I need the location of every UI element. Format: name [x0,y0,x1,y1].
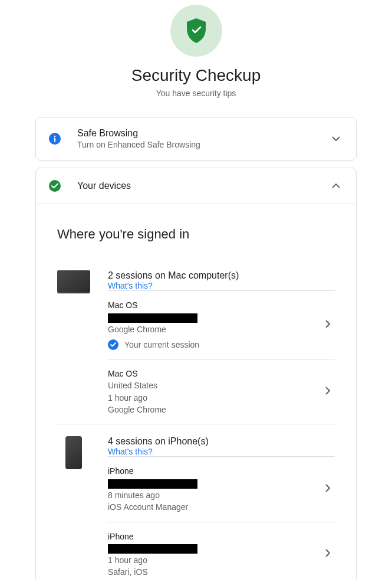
session-browser: iOS Account Manager [108,501,321,513]
device-group-iphone: 4 sessions on iPhone(s) What's this? iPh… [57,424,335,579]
chevron-down-icon [329,132,343,146]
safe-browsing-title: Safe Browsing [77,128,329,139]
svg-point-0 [54,136,56,138]
session-browser: Safari, iOS [108,566,321,578]
safe-browsing-text: Safe Browsing Turn on Enhanced Safe Brow… [77,128,329,149]
svg-rect-1 [54,138,55,142]
session-item: Mac OS United States 1 hour ago Google C… [108,359,335,424]
chevron-right-icon[interactable] [321,320,335,331]
iphone-heading: 4 sessions on iPhone(s) [108,436,335,447]
whats-this-link[interactable]: What's this? [108,447,335,456]
whats-this-link[interactable]: What's this? [108,281,335,290]
session-redacted [108,477,321,489]
session-time: 1 hour ago [108,554,321,566]
info-icon [49,133,61,145]
mac-heading: 2 sessions on Mac computer(s) [108,270,335,281]
session-time: 8 minutes ago [108,489,321,501]
devices-body: Where you're signed in 2 sessions on Mac… [36,204,356,579]
session-time: 1 hour ago [108,392,321,404]
session-item: iPhone 8 minutes ago iOS Account Manager [108,456,335,521]
shield-icon [170,5,222,57]
safe-browsing-card: Safe Browsing Turn on Enhanced Safe Brow… [35,117,357,161]
session-redacted [108,311,321,323]
session-item: Mac OS Google Chrome Your current sessio… [108,290,335,359]
device-group-mac: 2 sessions on Mac computer(s) What's thi… [57,259,335,424]
check-badge-icon [108,339,118,350]
session-location: United States [108,380,321,391]
safe-browsing-header[interactable]: Safe Browsing Turn on Enhanced Safe Brow… [36,117,356,160]
check-icon [49,180,61,192]
chevron-up-icon [329,179,343,193]
session-device: Mac OS [108,299,321,311]
session-redacted [108,542,321,554]
chevron-right-icon[interactable] [321,484,335,495]
session-device: Mac OS [108,368,321,380]
current-session-text: Your current session [124,339,199,351]
session-browser: Google Chrome [108,404,321,416]
chevron-right-icon[interactable] [321,549,335,560]
devices-header[interactable]: Your devices [36,168,356,204]
session-device: iPhone [108,531,321,542]
iphone-device-icon [57,436,108,469]
devices-card: Your devices Where you're signed in 2 se… [35,168,357,579]
session-browser: Google Chrome [108,323,321,335]
signed-in-title: Where you're signed in [57,227,335,242]
page-subtitle: You have security tips [0,89,392,98]
session-device: iPhone [108,465,321,477]
mac-device-icon [57,270,108,293]
devices-text: Your devices [77,181,329,191]
current-session-badge: Your current session [108,339,321,351]
safe-browsing-subtitle: Turn on Enhanced Safe Browsing [77,140,329,149]
page-header: Security Checkup You have security tips [0,0,392,110]
page-title: Security Checkup [0,66,392,85]
devices-title: Your devices [77,181,329,191]
session-item: iPhone 1 hour ago Safari, iOS [108,522,335,579]
chevron-right-icon[interactable] [321,387,335,397]
